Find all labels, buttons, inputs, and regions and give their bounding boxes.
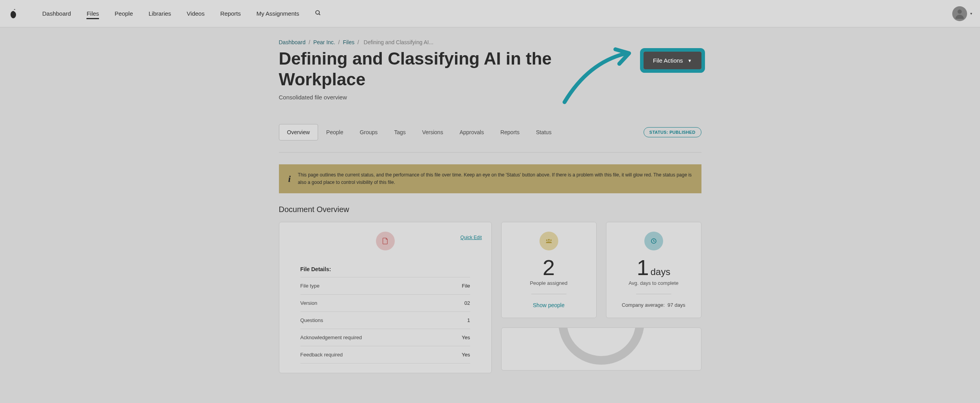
divider xyxy=(531,294,566,294)
svg-point-0 xyxy=(316,11,319,14)
tab-tags[interactable]: Tags xyxy=(386,124,414,140)
top-navigation: Dashboard Files People Libraries Videos … xyxy=(0,0,980,27)
people-label: People assigned xyxy=(530,280,567,286)
file-details-title: File Details: xyxy=(289,266,482,272)
search-icon xyxy=(315,10,321,16)
page-title: Defining and Classifying AI in the Workp… xyxy=(279,49,592,90)
show-people-link[interactable]: Show people xyxy=(533,302,565,308)
nav-reports[interactable]: Reports xyxy=(212,1,249,26)
user-menu[interactable]: ▾ xyxy=(952,6,972,21)
info-icon: i xyxy=(288,171,291,186)
status-badge: STATUS: PUBLISHED xyxy=(644,127,701,137)
nav-libraries[interactable]: Libraries xyxy=(141,1,179,26)
svg-point-5 xyxy=(550,239,552,241)
chevron-down-icon: ▾ xyxy=(970,11,972,16)
days-count: 1days xyxy=(637,257,671,279)
days-number: 1 xyxy=(637,255,649,280)
avatar xyxy=(952,6,967,21)
section-title: Document Overview xyxy=(279,205,701,214)
footer-value: 97 days xyxy=(667,302,685,308)
divider xyxy=(636,294,671,294)
detail-label: Version xyxy=(300,300,317,306)
cards-row: Quick Edit File Details: File type File … xyxy=(279,222,701,373)
donut-chart xyxy=(558,327,644,365)
right-column: 2 People assigned Show people 1days Avg.… xyxy=(501,222,701,373)
file-actions-button[interactable]: File Actions ▼ xyxy=(644,52,701,69)
file-actions-label: File Actions xyxy=(653,57,683,64)
clock-icon xyxy=(651,238,657,244)
detail-row-ack: Acknowledgement required Yes xyxy=(300,329,470,346)
nav-files[interactable]: Files xyxy=(79,1,107,26)
breadcrumb: Dashboard / Pear Inc. / Files / Defining… xyxy=(279,39,701,45)
breadcrumb-files[interactable]: Files xyxy=(343,39,354,45)
detail-label: Feedback required xyxy=(300,352,343,358)
people-icon-circle xyxy=(539,232,558,250)
detail-label: File type xyxy=(300,283,320,289)
tabs: Overview People Groups Tags Versions App… xyxy=(279,124,560,140)
detail-row-version: Version 02 xyxy=(300,294,470,311)
svg-line-1 xyxy=(319,14,320,15)
card-header: Quick Edit xyxy=(289,232,482,250)
detail-value: File xyxy=(462,283,470,289)
detail-label: Acknowledgement required xyxy=(300,335,362,340)
tab-approvals[interactable]: Approvals xyxy=(451,124,492,140)
breadcrumb-current: Defining and Classifying AI... xyxy=(364,39,433,45)
detail-value: Yes xyxy=(462,352,470,358)
detail-value: 02 xyxy=(464,300,470,306)
footer-prefix: Company average: xyxy=(622,302,665,308)
search-button[interactable] xyxy=(307,10,329,17)
title-group: Defining and Classifying AI in the Workp… xyxy=(279,49,592,101)
file-pdf-icon xyxy=(382,237,388,245)
nav-videos[interactable]: Videos xyxy=(179,1,212,26)
tab-overview[interactable]: Overview xyxy=(279,124,318,140)
detail-label: Questions xyxy=(300,317,324,323)
tab-reports[interactable]: Reports xyxy=(492,124,528,140)
detail-row-questions: Questions 1 xyxy=(300,311,470,329)
chart-card xyxy=(501,327,701,371)
divider xyxy=(279,152,701,153)
page-header: Defining and Classifying AI in the Workp… xyxy=(279,49,701,101)
breadcrumb-company[interactable]: Pear Inc. xyxy=(313,39,335,45)
info-text: This page outlines the current status, a… xyxy=(298,171,692,186)
info-banner: i This page outlines the current status,… xyxy=(279,164,701,193)
breadcrumb-dashboard[interactable]: Dashboard xyxy=(279,39,306,45)
metric-cards-row: 2 People assigned Show people 1days Avg.… xyxy=(501,222,701,318)
quick-edit-link[interactable]: Quick Edit xyxy=(460,235,482,240)
svg-point-3 xyxy=(548,239,550,241)
clock-icon-circle xyxy=(644,232,663,250)
days-suffix: days xyxy=(651,266,671,277)
tab-status[interactable]: Status xyxy=(528,124,560,140)
details-table: File type File Version 02 Questions 1 Ac… xyxy=(289,277,482,363)
nav-people[interactable]: People xyxy=(107,1,141,26)
file-icon-circle xyxy=(376,232,395,250)
page-subtitle: Consolidated file overview xyxy=(279,94,592,101)
detail-row-filetype: File type File xyxy=(300,277,470,294)
nav-dashboard[interactable]: Dashboard xyxy=(34,1,79,26)
nav-items: Dashboard Files People Libraries Videos … xyxy=(34,1,307,26)
main-content: Dashboard / Pear Inc. / Files / Defining… xyxy=(271,27,709,385)
tab-people[interactable]: People xyxy=(318,124,352,140)
people-count: 2 xyxy=(543,257,555,279)
svg-point-4 xyxy=(546,239,547,241)
chevron-down-icon: ▼ xyxy=(688,58,692,63)
logo[interactable] xyxy=(8,8,19,19)
detail-row-feedback: Feedback required Yes xyxy=(300,346,470,363)
people-icon xyxy=(545,238,552,244)
breadcrumb-separator: / xyxy=(309,39,310,45)
people-assigned-card: 2 People assigned Show people xyxy=(501,222,597,318)
tab-groups[interactable]: Groups xyxy=(351,124,386,140)
nav-my-assignments[interactable]: My Assignments xyxy=(248,1,307,26)
breadcrumb-separator: / xyxy=(338,39,340,45)
days-label: Avg. days to complete xyxy=(629,280,679,286)
detail-value: Yes xyxy=(462,335,470,340)
breadcrumb-separator: / xyxy=(358,39,359,45)
file-actions-highlight: File Actions ▼ xyxy=(644,52,701,69)
file-details-card: Quick Edit File Details: File type File … xyxy=(279,222,492,373)
svg-point-2 xyxy=(958,9,962,14)
avg-days-card: 1days Avg. days to complete Company aver… xyxy=(606,222,701,318)
tab-versions[interactable]: Versions xyxy=(414,124,451,140)
tabs-row: Overview People Groups Tags Versions App… xyxy=(279,124,701,140)
detail-value: 1 xyxy=(467,317,470,323)
company-average: Company average: 97 days xyxy=(622,302,685,308)
